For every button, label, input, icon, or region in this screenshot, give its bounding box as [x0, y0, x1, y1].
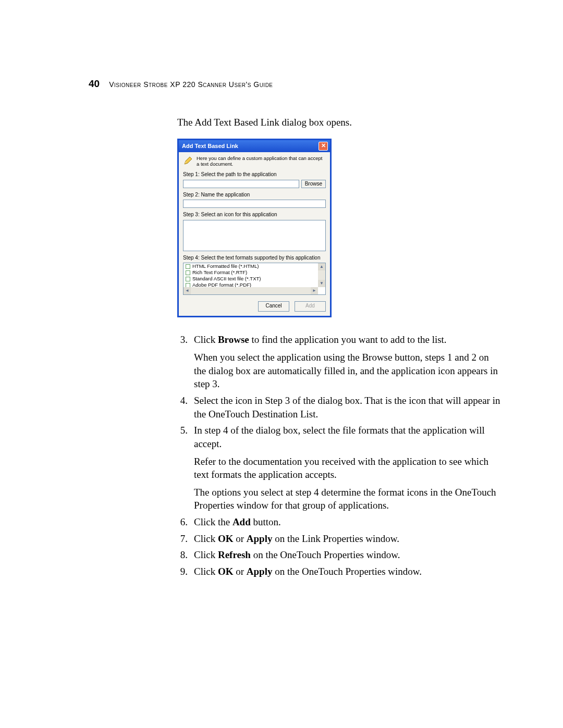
close-icon[interactable]: ✕: [319, 142, 328, 151]
step-number: 4.: [177, 394, 188, 421]
step-text: In step 4 of the dialog box, select the …: [194, 424, 500, 450]
checkbox-icon[interactable]: [186, 277, 190, 281]
format-label: Rich Text Format (*.RTF): [192, 269, 247, 276]
dialog-title-text: Add Text Based Link: [182, 142, 238, 150]
step-text: When you select the application using th…: [194, 351, 500, 391]
step-number: 5.: [177, 424, 188, 512]
scroll-up-icon[interactable]: ▲: [318, 263, 325, 270]
step-text: Select the icon in Step 3 of the dialog …: [194, 394, 500, 421]
icon-selection-area[interactable]: [183, 220, 326, 251]
step1-label: Step 1: Select the path to the applicati…: [183, 171, 326, 178]
step-number: 9.: [177, 565, 188, 578]
step-text: Refer to the documentation you received …: [194, 455, 500, 482]
step-text: The options you select at step 4 determi…: [194, 486, 500, 512]
format-label: HTML Formatted file (*.HTML): [192, 263, 259, 269]
step4-label: Step 4: Select the text formats supporte…: [183, 254, 326, 262]
page-header: 40 Visioneer Strobe XP 220 Scanner User'…: [89, 78, 500, 90]
page-number: 40: [89, 78, 100, 90]
instruction-step-4: 4. Select the icon in Step 3 of the dial…: [177, 394, 500, 421]
step-number: 7.: [177, 532, 188, 546]
application-name-input[interactable]: [183, 200, 326, 208]
step-text: Click OK or Apply on the OneTouch Proper…: [194, 565, 422, 578]
format-label: Standard ASCII text file (*.TXT): [192, 276, 261, 282]
add-button[interactable]: Add: [295, 301, 326, 312]
browse-button[interactable]: Browse: [301, 180, 326, 188]
list-item: Rich Text Format (*.RTF): [183, 269, 318, 276]
application-path-input[interactable]: [183, 180, 299, 188]
add-text-based-link-dialog: Add Text Based Link ✕ Here you can defin…: [177, 139, 332, 318]
step3-label: Step 3: Select an icon for this applicat…: [183, 211, 326, 218]
step-text: Click Browse to find the application you…: [194, 333, 500, 347]
instruction-list: 3. Click Browse to find the application …: [177, 333, 500, 578]
list-item: HTML Formatted file (*.HTML): [183, 263, 318, 269]
step-number: 8.: [177, 548, 188, 562]
step-number: 3.: [177, 333, 188, 391]
list-item: Standard ASCII text file (*.TXT): [183, 276, 318, 282]
instruction-step-5: 5. In step 4 of the dialog box, select t…: [177, 424, 500, 512]
instruction-step-3: 3. Click Browse to find the application …: [177, 333, 500, 391]
vertical-scrollbar[interactable]: ▲ ▼: [318, 263, 325, 287]
instruction-step-7: 7. Click OK or Apply on the Link Propert…: [177, 532, 500, 546]
dialog-info-text: Here you can define a custom application…: [197, 155, 326, 167]
scroll-left-icon[interactable]: ◄: [183, 287, 191, 294]
cancel-button[interactable]: Cancel: [258, 301, 289, 312]
step-text: Click OK or Apply on the Link Properties…: [194, 532, 399, 546]
intro-text: The Add Text Based Link dialog box opens…: [177, 116, 500, 129]
scroll-right-icon[interactable]: ►: [311, 287, 318, 294]
step2-label: Step 2: Name the application: [183, 191, 326, 199]
horizontal-scrollbar[interactable]: ◄ ►: [183, 287, 318, 294]
dialog-titlebar: Add Text Based Link ✕: [179, 140, 330, 152]
formats-listbox[interactable]: HTML Formatted file (*.HTML) Rich Text F…: [183, 263, 326, 295]
instruction-step-8: 8. Click Refresh on the OneTouch Propert…: [177, 548, 500, 562]
checkbox-icon[interactable]: [186, 270, 190, 275]
step-number: 6.: [177, 515, 188, 529]
step-text: Click the Add button.: [194, 515, 281, 529]
instruction-step-9: 9. Click OK or Apply on the OneTouch Pro…: [177, 565, 500, 578]
checkbox-icon[interactable]: [186, 264, 190, 269]
instruction-step-6: 6. Click the Add button.: [177, 515, 500, 529]
step-text: Click Refresh on the OneTouch Properties…: [194, 548, 400, 562]
scroll-down-icon[interactable]: ▼: [318, 280, 325, 287]
pencil-icon: [183, 155, 193, 166]
header-title: Visioneer Strobe XP 220 Scanner User's G…: [109, 80, 273, 89]
